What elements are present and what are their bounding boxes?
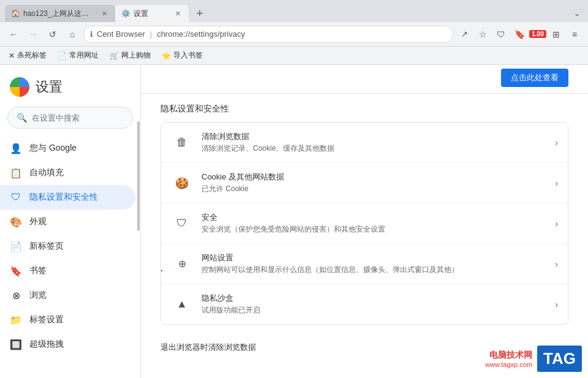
tab1-label: hao123_上网从这里开始 — [23, 9, 96, 19]
grid-button[interactable]: ⊞ — [548, 26, 565, 43]
security-icon: ℹ — [90, 30, 93, 39]
tab-bar: 🏠 hao123_上网从这里开始 ✕ ⚙️ 设置 ✕ + ⌄ — [0, 0, 588, 22]
address-bar[interactable]: ℹ Cent Browser | chrome://settings/priva… — [83, 26, 453, 43]
home-button[interactable]: ⌂ — [64, 26, 81, 43]
watermark-site-name: 电脑技术网 — [489, 350, 532, 361]
kill-tab-icon: ✕ — [9, 51, 15, 60]
nav-autofill-label: 自动填充 — [29, 167, 64, 178]
privacy-icon: 🛡 — [10, 191, 22, 203]
red-arrow-site — [160, 257, 165, 290]
tab2-label: 设置 — [134, 9, 169, 19]
settings-item-security[interactable]: 🛡 安全 安全浏览（保护您免受危险网站的侵害）和其他安全设置 › — [161, 203, 568, 244]
security-text: 安全 安全浏览（保护您免受危险网站的侵害）和其他安全设置 — [202, 212, 555, 235]
sandbox-title: 隐私沙盒 — [202, 293, 555, 304]
address-text: Cent Browser | chrome://settings/privacy — [97, 29, 447, 39]
extension-bookmark-button[interactable]: 🔖 — [511, 26, 528, 43]
clear-browsing-title: 清除浏览数据 — [202, 131, 555, 142]
tab-end-controls: ⌄ — [571, 7, 583, 22]
content-inner: 隐私设置和安全性 — [141, 94, 588, 370]
nav-google-label: 您与 Google — [29, 143, 77, 154]
nav-tabs-label: 标签设置 — [29, 314, 64, 325]
bookmarks-icon: 🔖 — [10, 265, 22, 277]
search-input[interactable] — [32, 113, 135, 123]
new-tab-button[interactable]: + — [191, 5, 208, 22]
site-settings-text: 网站设置 控制网站可以使用和显示什么信息（如位置信息、摄像头、弹出式窗口及其他） — [202, 252, 555, 275]
common-sites-label: 常用网址 — [69, 50, 99, 61]
bookmark-shopping[interactable]: 🛒 网上购物 — [106, 48, 154, 62]
security-title: 安全 — [202, 212, 555, 223]
nav-item-super[interactable]: 🔲 超级拖拽 — [0, 332, 135, 357]
import-label: 导入书签 — [173, 50, 203, 61]
nav-newtab-label: 新标签页 — [29, 241, 64, 252]
security-item-icon: 🛡 — [171, 213, 193, 235]
settings-list: 🗑 清除浏览数据 清除浏览记录、Cookie、缓存及其他数据 › 🍪 Cooki… — [160, 122, 568, 325]
sandbox-text: 隐私沙盒 试用版功能已开启 — [202, 293, 555, 316]
nav-item-bookmarks[interactable]: 🔖 书签 — [0, 259, 135, 283]
clear-browsing-arrow: › — [555, 138, 558, 148]
shield-button[interactable]: 🛡 — [492, 26, 510, 43]
site-settings-title: 网站设置 — [202, 252, 555, 263]
newtab-icon: 📄 — [10, 240, 22, 252]
address-separator: | — [150, 29, 152, 39]
tab-inactive[interactable]: 🏠 hao123_上网从这里开始 ✕ — [5, 5, 115, 22]
super-icon: 🔲 — [10, 338, 22, 350]
security-arrow: › — [555, 219, 558, 229]
google-icon: 👤 — [10, 142, 22, 154]
nav-bookmarks-label: 书签 — [29, 265, 47, 276]
content-area: 点击此处查看 隐私设置和安全性 — [141, 65, 588, 378]
browser-icon: ⊗ — [10, 289, 22, 301]
tab-active[interactable]: ⚙️ 设置 ✕ — [115, 5, 189, 22]
tab1-close[interactable]: ✕ — [99, 9, 109, 18]
forward-button[interactable]: → — [24, 26, 42, 43]
search-box[interactable]: 🔍 — [7, 107, 133, 129]
browser-window: 🏠 hao123_上网从这里开始 ✕ ⚙️ 设置 ✕ + ⌄ ← → ↺ ⌂ ℹ… — [0, 0, 588, 378]
nav-item-privacy[interactable]: 🛡 隐私设置和安全性 — [0, 185, 135, 210]
toolbar: ← → ↺ ⌂ ℹ Cent Browser | chrome://settin… — [0, 22, 588, 47]
watermark-tag-block: TAG — [537, 346, 582, 372]
share-button[interactable]: ↗ — [456, 26, 473, 43]
bookmark-star-button[interactable]: ☆ — [474, 26, 491, 43]
section-title: 隐私设置和安全性 — [160, 104, 568, 115]
nav-item-appearance[interactable]: 🎨 外观 — [0, 210, 135, 234]
settings-logo — [10, 77, 29, 97]
tab-list-button[interactable]: ⌄ — [571, 7, 583, 20]
tab2-favicon: ⚙️ — [121, 9, 130, 18]
toolbar-right: ↗ ☆ 🛡 🔖 1.00 ⊞ ≡ — [456, 26, 583, 43]
back-button[interactable]: ← — [5, 26, 22, 43]
sidebar-title: 设置 — [36, 78, 62, 96]
common-sites-icon: 📄 — [58, 51, 67, 60]
nav-item-autofill[interactable]: 📋 自动填充 — [0, 161, 135, 185]
settings-item-cookies[interactable]: 🍪 Cookie 及其他网站数据 已允许 Cookie › — [161, 163, 568, 203]
sandbox-icon: ▲ — [171, 293, 193, 316]
settings-item-sandbox[interactable]: ▲ 隐私沙盒 试用版功能已开启 › — [161, 284, 568, 324]
badge-button[interactable]: 1.00 — [529, 26, 546, 43]
nav-item-google[interactable]: 👤 您与 Google — [0, 136, 135, 161]
watermark-url: www.tagxp.com — [485, 361, 532, 368]
tab2-close[interactable]: ✕ — [173, 9, 183, 18]
import-icon: ⭐ — [162, 51, 171, 60]
partial-action-button[interactable]: 点击此处查看 — [501, 69, 568, 87]
tabs-icon: 📁 — [10, 314, 22, 326]
nav-item-tabs[interactable]: 📁 标签设置 — [0, 308, 135, 332]
reload-button[interactable]: ↺ — [44, 26, 61, 43]
cookies-icon: 🍪 — [171, 172, 193, 194]
nav-item-browser[interactable]: ⊗ 浏览 — [0, 283, 135, 308]
cookies-arrow: › — [555, 178, 558, 188]
shopping-label: 网上购物 — [121, 50, 151, 61]
kill-tab-label: 杀死标签 — [17, 50, 47, 61]
bookmark-common-sites[interactable]: 📄 常用网址 — [54, 48, 102, 62]
address-brand: Cent Browser — [97, 29, 145, 39]
nav-item-newtab[interactable]: 📄 新标签页 — [0, 234, 135, 259]
bookmark-kill-tab[interactable]: ✕ 杀死标签 — [5, 48, 50, 62]
cookies-text: Cookie 及其他网站数据 已允许 Cookie — [202, 172, 555, 194]
settings-item-clear-browsing[interactable]: 🗑 清除浏览数据 清除浏览记录、Cookie、缓存及其他数据 › — [161, 123, 568, 163]
menu-button[interactable]: ≡ — [566, 26, 583, 43]
nav-browser-label: 浏览 — [29, 290, 47, 301]
settings-item-site-settings[interactable]: ⊕ 网站设置 控制网站可以使用和显示什么信息（如位置信息、摄像头、弹出式窗口及其… — [161, 244, 568, 284]
autofill-icon: 📋 — [10, 167, 22, 179]
sidebar-scrollbar — [137, 121, 140, 231]
bookmark-import[interactable]: ⭐ 导入书签 — [158, 48, 206, 62]
clear-browsing-desc: 清除浏览记录、Cookie、缓存及其他数据 — [202, 143, 555, 154]
nav-privacy-label: 隐私设置和安全性 — [29, 192, 98, 203]
watermark: 电脑技术网 www.tagxp.com TAG — [485, 346, 582, 372]
